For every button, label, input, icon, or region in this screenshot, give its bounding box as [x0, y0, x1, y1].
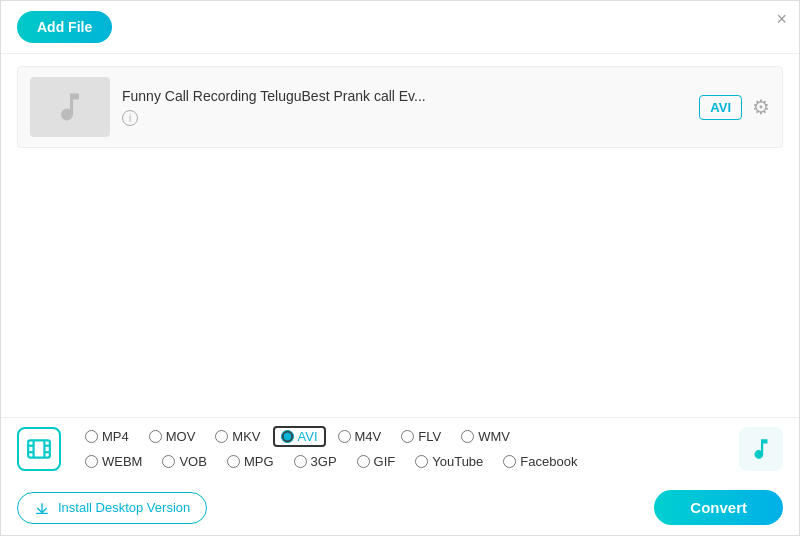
format-option-gif[interactable]: GIF [349, 451, 404, 472]
install-button[interactable]: Install Desktop Version [17, 492, 207, 524]
file-thumbnail [30, 77, 110, 137]
audio-format-icon[interactable] [739, 427, 783, 471]
format-option-mpg[interactable]: MPG [219, 451, 282, 472]
format-option-avi[interactable]: AVI [273, 426, 326, 447]
footer-bar: Install Desktop Version Convert [1, 480, 799, 535]
file-actions: AVI ⚙ [699, 95, 770, 120]
format-option-vob[interactable]: VOB [154, 451, 214, 472]
format-option-mkv[interactable]: MKV [207, 426, 268, 447]
format-option-mp4[interactable]: MP4 [77, 426, 137, 447]
bottom-bar: MP4 MOV MKV AVI M4V [1, 417, 799, 535]
info-icon[interactable]: i [122, 110, 138, 126]
close-button[interactable]: × [776, 9, 787, 30]
format-option-wmv[interactable]: WMV [453, 426, 518, 447]
download-icon [34, 500, 50, 516]
format-option-flv[interactable]: FLV [393, 426, 449, 447]
music-icon [52, 89, 88, 125]
format-option-mov[interactable]: MOV [141, 426, 204, 447]
format-option-youtube[interactable]: YouTube [407, 451, 491, 472]
file-item: Funny Call Recording TeluguBest Prank ca… [17, 66, 783, 148]
file-area: Funny Call Recording TeluguBest Prank ca… [1, 54, 799, 160]
format-option-webm[interactable]: WEBM [77, 451, 150, 472]
top-bar: Add File [1, 1, 799, 54]
svg-rect-7 [36, 512, 48, 513]
settings-icon[interactable]: ⚙ [752, 95, 770, 119]
add-file-button[interactable]: Add File [17, 11, 112, 43]
convert-button[interactable]: Convert [654, 490, 783, 525]
format-option-m4v[interactable]: M4V [330, 426, 390, 447]
film-icon [26, 436, 52, 462]
format-bar: MP4 MOV MKV AVI M4V [1, 418, 799, 480]
file-info: Funny Call Recording TeluguBest Prank ca… [110, 88, 699, 127]
svg-rect-0 [28, 440, 50, 457]
file-title: Funny Call Recording TeluguBest Prank ca… [122, 88, 687, 104]
video-format-icon [17, 427, 61, 471]
format-badge[interactable]: AVI [699, 95, 742, 120]
format-option-facebook[interactable]: Facebook [495, 451, 585, 472]
main-content [1, 160, 799, 430]
music-note-icon [748, 436, 774, 462]
format-option-3gp[interactable]: 3GP [286, 451, 345, 472]
